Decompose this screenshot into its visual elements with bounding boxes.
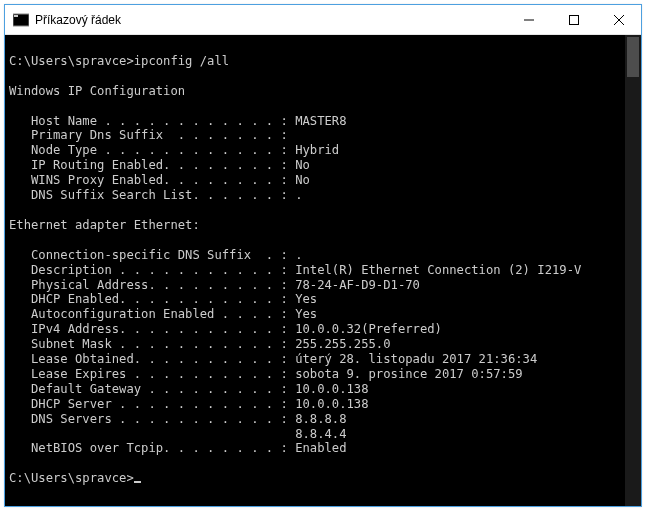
svg-rect-3 [569, 15, 578, 24]
scroll-thumb[interactable] [627, 37, 639, 77]
minimize-button[interactable] [506, 5, 551, 34]
maximize-button[interactable] [551, 5, 596, 34]
svg-rect-1 [14, 15, 18, 17]
window-controls [506, 5, 641, 34]
window-title: Příkazový řádek [35, 13, 506, 27]
close-button[interactable] [596, 5, 641, 34]
command-prompt-window: Příkazový řádek C:\Users\spravce>ipconfi… [4, 4, 642, 507]
terminal-area[interactable]: C:\Users\spravce>ipconfig /all Windows I… [5, 35, 641, 506]
titlebar[interactable]: Příkazový řádek [5, 5, 641, 35]
terminal-output[interactable]: C:\Users\spravce>ipconfig /all Windows I… [5, 35, 641, 506]
cmd-icon [13, 12, 29, 28]
cursor [134, 481, 141, 483]
scrollbar[interactable] [625, 35, 641, 506]
